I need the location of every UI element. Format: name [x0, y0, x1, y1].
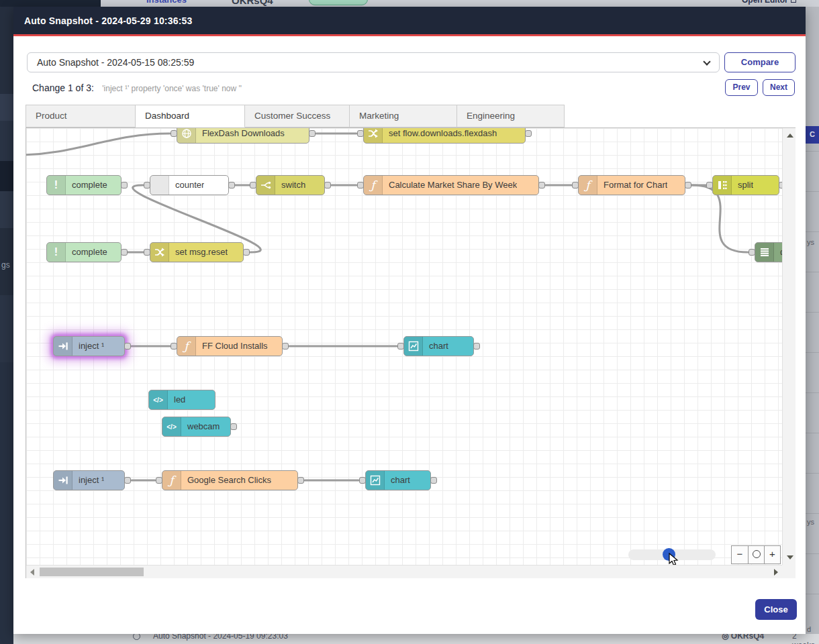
output-port[interactable]: [228, 182, 235, 189]
zoom-button-group: − +: [731, 545, 781, 564]
wire: [26, 133, 170, 155]
background-sidebar-corner: [0, 0, 101, 7]
node-label: Google Search Clicks: [181, 471, 271, 490]
scroll-left-arrow[interactable]: [30, 569, 34, 576]
flow-node-complete2[interactable]: !complete: [46, 242, 122, 262]
background-right-panel: C ys ys d: [806, 7, 819, 644]
output-port[interactable]: [282, 343, 289, 350]
node-label: split: [732, 176, 753, 195]
vertical-scrollbar[interactable]: [782, 128, 796, 565]
output-port[interactable]: [430, 477, 437, 484]
flow-canvas-wrap: − + FlexDash Downloadsset flow.downloads…: [26, 127, 796, 578]
input-port[interactable]: [156, 477, 162, 484]
fork-icon: [256, 176, 275, 195]
snapshot-select[interactable]: Auto Snapshot - 2024-05-15 08:25:59: [27, 52, 720, 72]
output-port[interactable]: [297, 477, 304, 484]
horizontal-scrollbar-thumb[interactable]: [40, 568, 144, 576]
node-label: webcam: [181, 417, 220, 436]
dialog-header: Auto Snapshot - 2024-05-29 10:36:53: [13, 7, 806, 36]
output-port[interactable]: [538, 182, 545, 189]
zoom-out-button[interactable]: −: [732, 546, 748, 564]
scroll-right-arrow[interactable]: [774, 569, 778, 576]
input-port[interactable]: [144, 249, 150, 256]
input-port[interactable]: [250, 182, 256, 189]
flow-canvas[interactable]: − + FlexDash Downloadsset flow.downloads…: [26, 128, 782, 565]
input-port[interactable]: [397, 343, 404, 350]
input-port[interactable]: [749, 249, 755, 256]
output-port[interactable]: [324, 182, 331, 189]
chart-icon: [366, 471, 385, 490]
flow-node-chart2[interactable]: chart: [365, 470, 431, 490]
output-port[interactable]: [243, 249, 250, 256]
input-port[interactable]: [359, 477, 366, 484]
input-port[interactable]: [144, 182, 150, 189]
next-button[interactable]: Next: [763, 79, 795, 96]
input-port[interactable]: [706, 182, 713, 189]
flow-node-inject2[interactable]: inject ¹: [53, 470, 125, 490]
node-label: inject ¹: [73, 471, 104, 490]
close-button[interactable]: Close: [755, 599, 797, 620]
node-label: set msg.reset: [169, 243, 228, 262]
input-port[interactable]: [357, 130, 364, 137]
sidebar-label-fragment: gs: [1, 260, 10, 270]
flow-node-complete1[interactable]: !complete: [46, 175, 122, 195]
tab-engineering[interactable]: Engineering: [457, 105, 565, 127]
compare-button[interactable]: Compare: [724, 52, 796, 72]
flow-node-switch[interactable]: switch: [256, 175, 325, 195]
change-detail-text: 'inject ¹' property 'once' was 'true' no…: [102, 84, 242, 93]
output-port[interactable]: [230, 423, 237, 430]
snapshot-select-value: Auto Snapshot - 2024-05-15 08:25:59: [37, 57, 194, 68]
scroll-down-arrow[interactable]: [787, 555, 793, 559]
flow-node-ffcloud[interactable]: ƒFF Cloud Installs: [177, 336, 283, 356]
node-label: set flow.downloads.flexdash: [383, 128, 497, 143]
zoom-in-button[interactable]: +: [764, 546, 780, 564]
tab-dashboard[interactable]: Dashboard: [136, 105, 245, 127]
prev-button[interactable]: Prev: [725, 79, 758, 96]
shuffle-icon: [150, 243, 169, 262]
output-port[interactable]: [124, 343, 131, 350]
zoom-reset-circle-icon: [753, 550, 761, 558]
output-port[interactable]: [121, 182, 128, 189]
flow-node-chart1[interactable]: chart: [403, 336, 474, 356]
inject-arrow-icon: [54, 337, 73, 356]
flow-node-split[interactable]: split: [712, 175, 779, 195]
zoom-reset-button[interactable]: [748, 546, 764, 564]
input-port[interactable]: [171, 343, 177, 350]
tab-marketing[interactable]: Marketing: [350, 105, 457, 127]
flow-node-inject1[interactable]: inject ¹: [53, 336, 125, 356]
horizontal-scrollbar[interactable]: [26, 565, 782, 578]
output-port[interactable]: [525, 130, 532, 137]
input-port[interactable]: [572, 182, 579, 189]
flow-node-setflow[interactable]: set flow.downloads.flexdash: [363, 128, 526, 144]
flow-node-counter[interactable]: counter: [150, 175, 229, 195]
input-port[interactable]: [171, 130, 177, 137]
function-icon: ƒ: [579, 176, 597, 195]
clock-icon: [133, 634, 140, 640]
output-port[interactable]: [685, 182, 691, 189]
node-label: Format for Chart: [597, 176, 667, 195]
output-port[interactable]: [779, 182, 782, 189]
function-icon: ƒ: [364, 176, 383, 195]
flow-node-setreset[interactable]: set msg.reset: [150, 242, 244, 262]
function-icon: ƒ: [177, 337, 196, 356]
flow-node-debug[interactable]: debug: [755, 242, 782, 262]
scroll-up-arrow[interactable]: [787, 133, 793, 138]
tab-product[interactable]: Product: [26, 105, 136, 127]
chart-icon: [404, 337, 423, 356]
flow-node-google[interactable]: ƒGoogle Search Clicks: [162, 470, 298, 490]
output-port[interactable]: [473, 343, 480, 350]
flow-node-calc[interactable]: ƒCalculate Market Share By Week: [363, 175, 539, 195]
input-port[interactable]: [357, 182, 364, 189]
change-summary: Change 1 of 3: 'inject ¹' property 'once…: [32, 82, 242, 94]
flow-node-format[interactable]: ƒFormat for Chart: [578, 175, 685, 195]
node-label: complete: [66, 243, 107, 262]
flow-tabs: ProductDashboardCustomer SuccessMarketin…: [26, 105, 565, 127]
breadcrumb-project: OKRsQ4: [232, 0, 273, 6]
flow-node-led[interactable]: </>led: [148, 390, 215, 410]
flow-node-flexdash[interactable]: FlexDash Downloads: [177, 128, 309, 144]
output-port[interactable]: [121, 249, 128, 256]
flow-node-webcam[interactable]: </>webcam: [162, 417, 231, 437]
output-port[interactable]: [124, 477, 131, 484]
output-port[interactable]: [309, 130, 316, 137]
tab-customer-success[interactable]: Customer Success: [245, 105, 350, 127]
